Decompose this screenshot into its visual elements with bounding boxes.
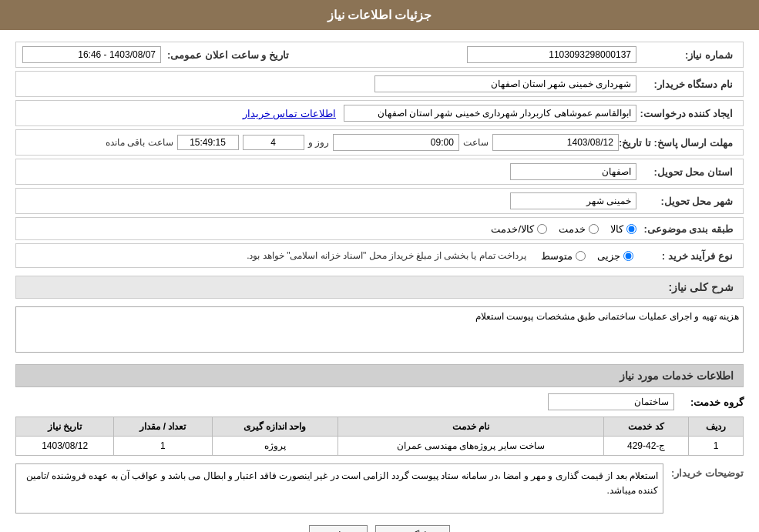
page-header: جزئیات اطلاعات نیاز (0, 0, 759, 30)
dastgah-input[interactable] (374, 75, 636, 92)
mohlat-time-input[interactable] (333, 134, 459, 151)
button-row: بازگشت چاپ (15, 525, 744, 532)
tawzih-content: استعلام بعد از قیمت گذاری و مهر و امضا ،… (15, 463, 663, 514)
page-wrapper: جزئیات اطلاعات نیاز شماره نیاز: تاریخ و … (0, 0, 759, 532)
tabaqe-khedmat-radio[interactable] (589, 224, 599, 234)
tarikh-label: تاریخ و ساعت اعلان عمومی: (161, 49, 293, 61)
nofa-row: نوع فرآیند خرید : جزیی متوسط پرداخت تمام… (15, 243, 744, 268)
roz-label: روز و (308, 137, 329, 148)
shomare-row: شماره نیاز: تاریخ و ساعت اعلان عمومی: (15, 42, 744, 68)
contact-link[interactable]: اطلاعات تماس خریدار (243, 108, 336, 119)
khadamat-title-text: اطلاعات خدمات مورد نیاز (620, 370, 734, 382)
nofa-motavset-label: متوسط (541, 250, 573, 262)
col-vahed: واحد اندازه گیری (212, 417, 338, 437)
nofa-note: پرداخت تمام یا بخشی از مبلغ خریداز محل "… (247, 250, 526, 261)
countdown-time-box: 15:49:15 (177, 135, 239, 150)
sharh-title-bar: شرح کلی نیاز: (15, 276, 744, 299)
col-tedad: تعداد / مقدار (114, 417, 212, 437)
shahr-label: شهر محل تحویل: (636, 196, 737, 207)
tabaqe-label: طبقه بندی موضوعی: (636, 223, 737, 235)
col-kod: کد خدمت (604, 417, 689, 437)
sharh-content (15, 306, 744, 355)
nofa-jozei-radio[interactable] (623, 251, 633, 261)
shahr-row: شهر محل تحویل: (15, 188, 744, 214)
col-radif: ردیف (688, 417, 743, 437)
sharh-section (15, 306, 744, 355)
shahr-input[interactable] (510, 192, 636, 209)
nofa-jozei[interactable]: جزیی (597, 250, 633, 262)
dastgah-label: نام دستگاه خریدار: (636, 79, 737, 90)
ijad-input[interactable] (344, 105, 636, 122)
tabaqe-kala-label: کالا (610, 223, 623, 235)
tabaqe-row: طبقه بندی موضوعی: کالا خدمت کالا/خدمت (15, 217, 744, 240)
sharh-title-text: شرح کلی نیاز: (669, 281, 734, 293)
mohlat-time-label: ساعت (463, 137, 489, 148)
mande-label: ساعت باقی مانده (106, 137, 173, 148)
sharh-textarea[interactable] (15, 306, 744, 353)
nofa-radio-group: جزیی متوسط (541, 250, 633, 262)
tabaqe-khedmat-label: خدمت (559, 223, 586, 235)
nofa-label: نوع فرآیند خرید : (636, 250, 737, 262)
page-title: جزئیات اطلاعات نیاز (327, 8, 432, 22)
nofa-jozei-label: جزیی (597, 250, 620, 262)
countdown-roz-value: 4 (270, 137, 276, 148)
tabaqe-kala-khedmat[interactable]: کالا/خدمت (491, 223, 547, 235)
tawzih-section: توضیحات خریدار: استعلام بعد از قیمت گذار… (15, 463, 744, 514)
print-button[interactable]: چاپ (309, 525, 368, 532)
countdown-area: ساعت روز و 4 15:49:15 ساعت باقی مانده (106, 134, 619, 151)
ostan-row: استان محل تحویل: (15, 159, 744, 185)
tawzih-text: استعلام بعد از قیمت گذاری و مهر و امضا ،… (26, 470, 658, 496)
group-input[interactable] (548, 393, 674, 410)
group-label: گروه خدمت: (682, 396, 744, 408)
tawzih-label: توضیحات خریدار: (671, 463, 744, 479)
tabaqe-kala[interactable]: کالا (610, 223, 636, 235)
shomare-label: شماره نیاز: (636, 49, 737, 61)
col-name: نام خدمت (338, 417, 604, 437)
dastgah-row: نام دستگاه خریدار: (15, 71, 744, 97)
main-content: شماره نیاز: تاریخ و ساعت اعلان عمومی: نا… (0, 30, 759, 532)
tabaqe-kala-khedmat-radio[interactable] (537, 224, 547, 234)
nofa-motavset-radio[interactable] (576, 251, 586, 261)
back-button[interactable]: بازگشت (375, 525, 450, 532)
countdown-time-value: 15:49:15 (190, 137, 226, 148)
table-row: 1ج-42-429ساخت سایر پروژه‌های مهندسی عمرا… (16, 437, 744, 456)
col-tarikh: تاریخ نیاز (16, 417, 114, 437)
ijad-label: ایجاد کننده درخواست: (636, 108, 737, 119)
tabaqe-radio-group: کالا خدمت کالا/خدمت (491, 223, 636, 235)
ostan-input[interactable] (510, 163, 636, 180)
services-table: ردیف کد خدمت نام خدمت واحد اندازه گیری ت… (15, 417, 744, 456)
ijad-row: ایجاد کننده درخواست: اطلاعات تماس خریدار (15, 100, 744, 126)
mohlat-row: مهلت ارسال پاسخ: تا تاریخ: ساعت روز و 4 … (15, 129, 744, 156)
countdown-roz-box: 4 (243, 135, 304, 150)
ostan-label: استان محل تحویل: (636, 166, 737, 178)
shomare-input[interactable] (467, 46, 636, 63)
tabaqe-kala-radio[interactable] (626, 224, 636, 234)
group-row: گروه خدمت: (15, 393, 744, 410)
tabaqe-kala-khedmat-label: کالا/خدمت (491, 223, 534, 235)
tarikh-input[interactable] (22, 46, 161, 63)
tabaqe-khedmat[interactable]: خدمت (559, 223, 599, 235)
mohlat-label: مهلت ارسال پاسخ: تا تاریخ: (619, 137, 737, 149)
nofa-motavset[interactable]: متوسط (541, 250, 586, 262)
mohlat-date-input[interactable] (492, 134, 619, 151)
khadamat-title: اطلاعات خدمات مورد نیاز (15, 364, 744, 387)
